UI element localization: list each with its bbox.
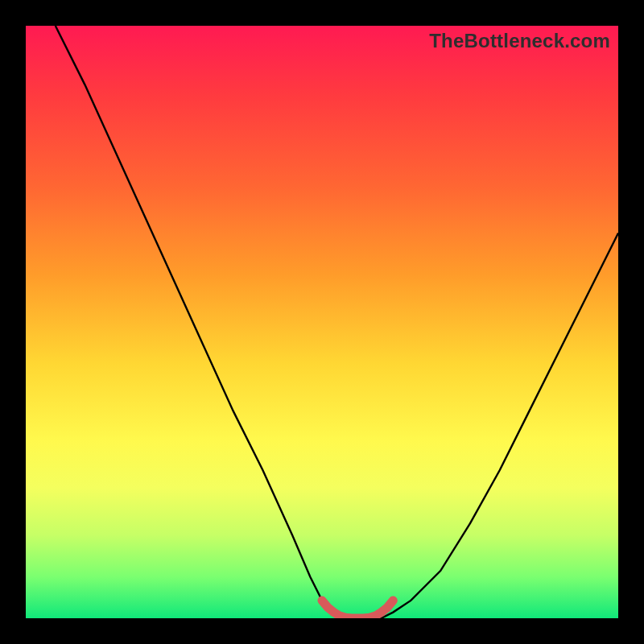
chart-plot-area: TheBottleneck.com — [26, 26, 618, 618]
chart-svg — [26, 26, 618, 618]
optimal-plateau — [322, 601, 393, 618]
bottleneck-curve — [56, 26, 618, 618]
chart-frame: TheBottleneck.com — [0, 0, 644, 644]
